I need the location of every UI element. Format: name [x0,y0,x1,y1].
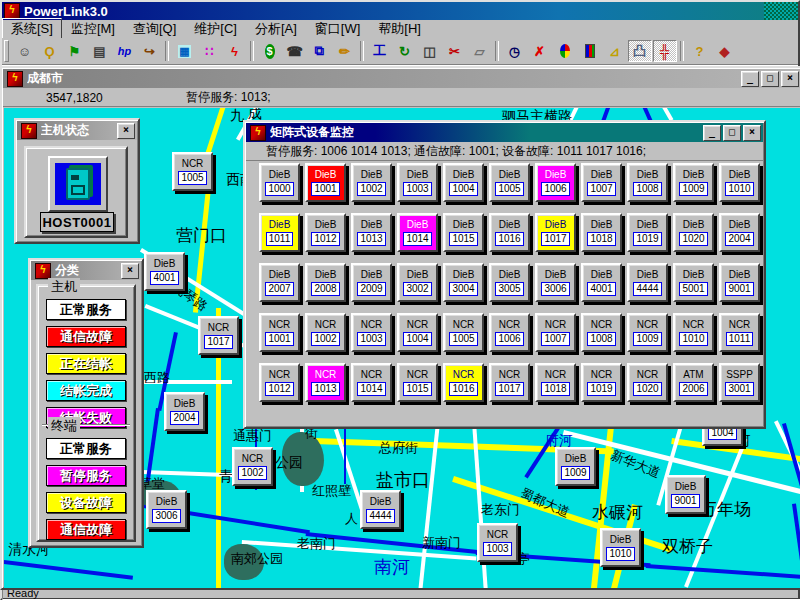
map-marker-DieB-1010[interactable]: DieB1010 [600,528,641,567]
device-button-DieB-1003[interactable]: DieB1003 [397,163,438,202]
lightning-icon[interactable]: ϟ [223,40,247,62]
device-button-DieB-1014[interactable]: DieB1014 [397,213,438,252]
map-marker-DieB-4001[interactable]: DieB4001 [144,252,185,291]
matrix-minimize-button[interactable]: _ [703,125,721,141]
scissors-icon[interactable]: ✂ [443,40,467,62]
device-button-DieB-4001[interactable]: DieB4001 [581,263,622,302]
map-marker-DieB-1009[interactable]: DieB1009 [555,447,596,486]
hp-icon[interactable]: hp [113,40,137,62]
menu-item-3[interactable]: 维护[C] [185,18,246,40]
clock-icon[interactable]: ◷ [503,40,527,62]
device-button-DieB-1017[interactable]: DieB1017 [535,213,576,252]
menu-item-0[interactable]: 系统[S] [2,18,62,40]
device-button-NCR-1003[interactable]: NCR1003 [351,313,392,352]
menu-item-5[interactable]: 窗口[W] [306,18,370,40]
exit-door-icon[interactable]: ↪ [138,40,162,62]
menu-item-1[interactable]: 监控[M] [62,18,124,40]
map-marker-DieB-9001[interactable]: DieB9001 [665,475,706,514]
map-marker-DieB-2004[interactable]: DieB2004 [164,392,205,431]
recycle-icon[interactable]: ↻ [393,40,417,62]
device-button-DieB-5001[interactable]: DieB5001 [673,263,714,302]
device-button-NCR-1010[interactable]: NCR1010 [673,313,714,352]
device-button-NCR-1001[interactable]: NCR1001 [259,313,300,352]
device-button-DieB-2009[interactable]: DieB2009 [351,263,392,302]
device-button-DieB-1009[interactable]: DieB1009 [673,163,714,202]
award-icon[interactable]: ◆ [713,40,737,62]
operator-icon[interactable]: ☺ [13,40,37,62]
device-button-DieB-1016[interactable]: DieB1016 [489,213,530,252]
menu-item-6[interactable]: 帮助[H] [369,18,430,40]
help-icon[interactable]: ? [688,40,712,62]
press-tool-icon[interactable]: 工 [368,40,392,62]
bar-chart-icon[interactable] [578,40,602,62]
device-button-DieB-1015[interactable]: DieB1015 [443,213,484,252]
device-button-NCR-1009[interactable]: NCR1009 [627,313,668,352]
map-minimize-button[interactable]: _ [741,71,759,87]
device-button-DieB-1011[interactable]: DieB1011 [259,213,300,252]
device-button-NCR-1015[interactable]: NCR1015 [397,363,438,402]
device-button-DieB-3002[interactable]: DieB3002 [397,263,438,302]
flag-icon[interactable]: ⚑ [63,40,87,62]
map-window-title-bar[interactable]: ϟ 成都市 _ □ × [3,69,800,88]
device-button-NCR-1002[interactable]: NCR1002 [305,313,346,352]
factory-icon[interactable]: 凸 [628,40,652,62]
eraser-icon[interactable]: ▱ [468,40,492,62]
marker-pen-icon[interactable]: ✏ [333,40,357,62]
menu-item-2[interactable]: 查询[Q] [124,18,185,40]
host-window-title-bar[interactable]: ϟ 主机状态 × [17,121,137,140]
map-close-button[interactable]: × [781,71,799,87]
device-button-DieB-1020[interactable]: DieB1020 [673,213,714,252]
device-button-NCR-1017[interactable]: NCR1017 [489,363,530,402]
device-button-DieB-1006[interactable]: DieB1006 [535,163,576,202]
device-button-DieB-1018[interactable]: DieB1018 [581,213,622,252]
toolbar-grip[interactable] [4,40,9,62]
device-button-DieB-1007[interactable]: DieB1007 [581,163,622,202]
device-button-DieB-1002[interactable]: DieB1002 [351,163,392,202]
device-button-NCR-1018[interactable]: NCR1018 [535,363,576,402]
host-button[interactable] [48,156,108,212]
sailboat-icon[interactable]: ⊿ [603,40,627,62]
device-button-NCR-1006[interactable]: NCR1006 [489,313,530,352]
map-marker-DieB-3006[interactable]: DieB3006 [146,490,187,529]
device-button-DieB-2008[interactable]: DieB2008 [305,263,346,302]
device-button-NCR-1013[interactable]: NCR1013 [305,363,346,402]
device-button-NCR-1005[interactable]: NCR1005 [443,313,484,352]
modem-icon[interactable]: ☎ [283,40,307,62]
device-button-NCR-1020[interactable]: NCR1020 [627,363,668,402]
device-button-ATM-2006[interactable]: ATM2006 [673,363,714,402]
matrix-maximize-button[interactable]: □ [723,125,741,141]
device-button-DieB-1019[interactable]: DieB1019 [627,213,668,252]
money-bag-icon[interactable]: $ [258,40,282,62]
device-button-DieB-1001[interactable]: DieB1001 [305,163,346,202]
device-button-NCR-1004[interactable]: NCR1004 [397,313,438,352]
device-button-DieB-1008[interactable]: DieB1008 [627,163,668,202]
matrix-window-title-bar[interactable]: ϟ 矩阵式设备监控 _ □ × [246,123,763,142]
map-maximize-button[interactable]: □ [761,71,779,87]
map-marker-NCR-1005[interactable]: NCR1005 [172,152,213,191]
map-marker-NCR-1002[interactable]: NCR1002 [232,447,273,486]
device-button-NCR-1016[interactable]: NCR1016 [443,363,484,402]
device-button-DieB-4444[interactable]: DieB4444 [627,263,668,302]
menu-item-4[interactable]: 分析[A] [246,18,306,40]
device-button-NCR-1012[interactable]: NCR1012 [259,363,300,402]
map-marker-DieB-4444[interactable]: DieB4444 [360,490,401,529]
device-button-DieB-3006[interactable]: DieB3006 [535,263,576,302]
device-button-DieB-1005[interactable]: DieB1005 [489,163,530,202]
compass-icon[interactable]: ╬ [653,40,677,62]
device-button-DieB-1004[interactable]: DieB1004 [443,163,484,202]
matrix-close-button[interactable]: × [743,125,761,141]
host-close-button[interactable]: × [117,123,135,139]
device-button-DieB-1010[interactable]: DieB1010 [719,163,760,202]
device-button-DieB-1000[interactable]: DieB1000 [259,163,300,202]
device-button-DieB-1012[interactable]: DieB1012 [305,213,346,252]
device-button-NCR-1019[interactable]: NCR1019 [581,363,622,402]
cabinet-icon[interactable]: ◫ [418,40,442,62]
device-button-NCR-1007[interactable]: NCR1007 [535,313,576,352]
legend-close-button[interactable]: × [121,263,139,279]
delete-x-icon[interactable]: ✗ [528,40,552,62]
device-button-DieB-2007[interactable]: DieB2007 [259,263,300,302]
device-button-DieB-3005[interactable]: DieB3005 [489,263,530,302]
device-button-DieB-2004[interactable]: DieB2004 [719,213,760,252]
device-button-NCR-1008[interactable]: NCR1008 [581,313,622,352]
device-button-DieB-9001[interactable]: DieB9001 [719,263,760,302]
